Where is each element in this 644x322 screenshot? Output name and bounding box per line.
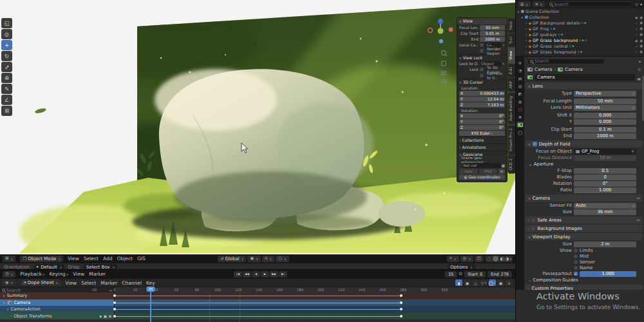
eye-icon[interactable]: ◉ bbox=[635, 15, 638, 19]
blades-field[interactable]: 0 bbox=[574, 175, 636, 180]
dope-editor-button[interactable]: ≣ bbox=[3, 279, 15, 286]
tab-ocd[interactable]: OCD 2 bbox=[508, 155, 515, 174]
cursor-tool[interactable]: ◎ bbox=[1, 29, 12, 39]
menu-view[interactable]: View bbox=[73, 271, 84, 277]
copy-icon[interactable]: ∧ bbox=[506, 279, 513, 286]
keyframe[interactable] bbox=[400, 301, 402, 304]
cursor-rot-z-field[interactable]: Z0° bbox=[459, 125, 505, 130]
shading-rendered-icon[interactable]: ◑ bbox=[506, 256, 511, 261]
current-frame-field[interactable]: 35 bbox=[445, 271, 457, 278]
keyframe[interactable] bbox=[113, 301, 116, 304]
play-button[interactable]: ▶ bbox=[261, 271, 269, 278]
filter-icon[interactable]: ▽ bbox=[635, 3, 638, 6]
cursor-loc-x-field[interactable]: X0.000433 m bbox=[459, 91, 505, 96]
render-camera-icon[interactable]: ▣ bbox=[639, 32, 643, 37]
properties-search[interactable] bbox=[527, 59, 605, 64]
focal-length-field[interactable]: 50 mm bbox=[574, 99, 636, 104]
pivot-point-dropdown[interactable]: ◉ bbox=[247, 256, 260, 262]
dope-menu-view[interactable]: View bbox=[65, 280, 77, 286]
tab-arp[interactable]: ARP bbox=[508, 78, 515, 92]
tab-view-layer-icon[interactable]: ▥ bbox=[516, 83, 524, 89]
focus-distance-field[interactable]: 10 m bbox=[574, 155, 636, 161]
shading-wireframe-icon[interactable]: ◌ bbox=[486, 256, 492, 261]
dope-menu-channel[interactable]: Channel bbox=[122, 280, 142, 286]
play-reverse-button[interactable]: ◀ bbox=[252, 271, 260, 278]
clip-start-field[interactable]: 0.01 m bbox=[480, 31, 505, 36]
keyframe[interactable] bbox=[113, 315, 116, 317]
tab-auto-building[interactable]: Auto-Building bbox=[508, 93, 515, 124]
cursor-loc-y-field[interactable]: Y12.54 m bbox=[459, 97, 505, 102]
shading-material-icon[interactable]: ◐ bbox=[499, 256, 505, 261]
clip-end-field[interactable]: 1000 m bbox=[480, 37, 505, 42]
geo-coordinates-button[interactable]: ◍ Geo-coordinates bbox=[459, 175, 505, 180]
transform-tool[interactable]: ⊕ bbox=[1, 73, 12, 83]
dope-menu-select[interactable]: Select bbox=[81, 280, 96, 286]
cursor-panel-header[interactable]: 3D Cursor bbox=[463, 80, 483, 84]
lens-panel-header[interactable]: Lens bbox=[526, 82, 643, 90]
channel-camera[interactable]: Camera bbox=[0, 299, 515, 307]
outliner-row-gp-frog[interactable]: ◈GP_Frog◇◈⌣▣ bbox=[516, 26, 644, 32]
3d-viewport[interactable]: ⊞ ▢Object Mode View Select Add Object GI… bbox=[0, 0, 515, 269]
playhead-frame-badge[interactable]: 35 bbox=[147, 287, 155, 292]
render-camera-icon[interactable]: ▣ bbox=[639, 39, 643, 43]
proportional-edit-dropdown[interactable]: ○ bbox=[276, 256, 289, 262]
background-images-panel-header[interactable]: Background Images bbox=[526, 225, 643, 232]
menu-marker[interactable]: Marker bbox=[89, 271, 106, 277]
outliner-display-mode[interactable]: ≡ bbox=[533, 1, 545, 7]
menu-view[interactable]: View bbox=[68, 256, 79, 261]
dope-menu-marker[interactable]: Marker bbox=[100, 280, 117, 286]
add-primitive-tool[interactable]: ⊞ bbox=[1, 106, 12, 116]
annotations-panel-header[interactable]: Annotations bbox=[462, 145, 486, 149]
safe-areas-panel-header[interactable]: Safe Areas≔ bbox=[526, 216, 643, 223]
next-keyframe-button[interactable]: ▶▶ bbox=[270, 271, 278, 278]
eye-icon[interactable]: ⌣ bbox=[636, 44, 638, 48]
options-dropdown[interactable]: Options bbox=[448, 264, 475, 270]
menu-gis[interactable]: GIS bbox=[137, 256, 146, 261]
menu-object[interactable]: Object bbox=[117, 256, 133, 261]
hidden-channels-toggle[interactable]: ▣ bbox=[464, 279, 471, 286]
lock-icon[interactable]: ⊠ bbox=[109, 314, 111, 318]
snap-toggle[interactable]: ▣ bbox=[497, 279, 504, 286]
menu-add[interactable]: Add bbox=[103, 256, 113, 261]
tab-world-icon[interactable]: ◍ bbox=[516, 99, 524, 104]
fake-user-icon[interactable]: ◛ bbox=[637, 75, 641, 80]
breadcrumb-object[interactable]: Camera bbox=[535, 67, 552, 72]
tab-object-data-icon[interactable] bbox=[516, 122, 524, 128]
tab-output-icon[interactable]: ▤ bbox=[516, 75, 524, 81]
name-checkbox[interactable] bbox=[574, 266, 578, 270]
cursor-loc-z-field[interactable]: Z7.153 m bbox=[459, 102, 505, 108]
cursor-rot-x-field[interactable]: X0° bbox=[459, 113, 505, 118]
xray-toggle[interactable]: ◫ bbox=[475, 256, 484, 262]
cursor-rot-y-field[interactable]: Y0° bbox=[459, 119, 505, 124]
gizmos-toggle[interactable]: ⌖ bbox=[447, 256, 459, 262]
overlays-toggle[interactable]: ◎ bbox=[460, 256, 473, 262]
shift-x-field[interactable]: 0.000 bbox=[574, 113, 636, 118]
tab-tool[interactable]: Tool bbox=[508, 33, 515, 47]
crs-settings-icon[interactable]: ▦ bbox=[502, 164, 505, 167]
sensor-fit-dropdown[interactable]: Auto bbox=[574, 203, 636, 209]
dope-mode-dropdown[interactable]: ◔Dope Sheet bbox=[20, 279, 61, 286]
measure-tool[interactable]: ∠ bbox=[1, 95, 12, 105]
filter-dropdown[interactable]: ▽ bbox=[480, 279, 488, 286]
local-camera-checkbox[interactable] bbox=[480, 43, 484, 47]
outliner-search[interactable] bbox=[547, 1, 633, 7]
frame-end-field[interactable]: End278 bbox=[488, 271, 512, 278]
outliner-row-gp-godrays[interactable]: ◈GP_godrays◇◈⌣▣ bbox=[516, 32, 644, 37]
passepartout-slider[interactable]: 1.000 bbox=[580, 271, 636, 277]
mist-checkbox[interactable] bbox=[574, 254, 578, 258]
timeline-ruler[interactable]: ↔ -20 0 20 40 60 80 100 120 140 160 180 … bbox=[0, 287, 515, 292]
view-lock-header[interactable]: View Lock bbox=[463, 55, 483, 60]
select-box-tool[interactable]: ◱ bbox=[1, 18, 12, 28]
outliner-options-icon[interactable]: ▾ bbox=[640, 3, 642, 6]
modifier-wrench-icon[interactable]: ◈ bbox=[99, 314, 102, 318]
menu-playback[interactable]: Playback bbox=[20, 271, 44, 277]
channel-area[interactable]: Summary Camera CameraAction bbox=[0, 292, 515, 322]
drag-dropdown[interactable]: Select Box bbox=[84, 264, 118, 270]
fstop-field[interactable]: 0.5 bbox=[574, 168, 636, 174]
camera-to-view-checkbox[interactable] bbox=[480, 73, 484, 77]
outliner-search-input[interactable] bbox=[554, 2, 630, 7]
breadcrumb-data[interactable]: Camera bbox=[565, 67, 582, 72]
sensor-checkbox[interactable] bbox=[574, 260, 578, 264]
clear-icon[interactable]: × bbox=[631, 149, 635, 154]
eye-icon[interactable]: ⌣ bbox=[636, 32, 638, 37]
